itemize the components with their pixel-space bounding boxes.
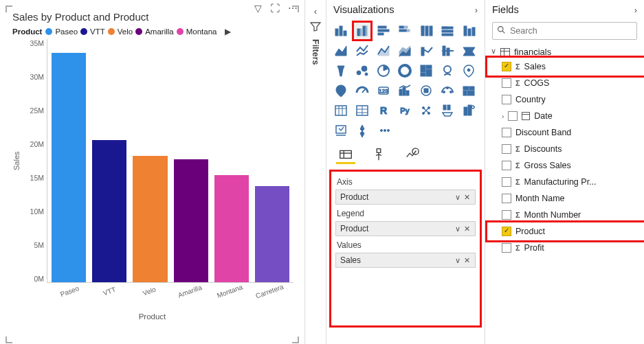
viz-type-icon[interactable] [396, 82, 414, 100]
chart-plot-area[interactable] [47, 39, 293, 283]
expand-icon[interactable]: › [502, 113, 504, 120]
collapse-viz-icon[interactable]: › [475, 5, 478, 15]
report-canvas[interactable]: ▽ ⛶ ⋯ Sales by Product and Product Produ… [0, 0, 304, 344]
viz-type-icon[interactable] [438, 102, 456, 119]
viz-type-icon[interactable] [332, 42, 350, 60]
bar-amarilla[interactable] [174, 159, 208, 282]
viz-type-icon[interactable] [332, 102, 350, 119]
viz-type-icon[interactable] [460, 22, 478, 40]
values-well-chip[interactable]: Sales∨ ✕ [335, 253, 476, 268]
viz-type-icon[interactable] [375, 22, 392, 40]
viz-type-icon[interactable] [353, 22, 371, 40]
field-date[interactable]: ›Date [488, 108, 644, 124]
field-wells: Axis Product∨ ✕ Legend Product∨ ✕ Values… [329, 170, 482, 328]
checkbox-icon[interactable] [502, 128, 511, 137]
field-month-name[interactable]: Month Name [488, 190, 644, 207]
filters-label: Filters [311, 39, 320, 65]
checkbox-icon[interactable] [502, 78, 511, 88]
svg-rect-2 [344, 31, 346, 36]
filters-pane-collapsed[interactable]: ‹ Filters [304, 0, 326, 344]
chip-controls[interactable]: ∨ ✕ [455, 256, 471, 265]
viz-type-icon[interactable]: 123 [375, 82, 392, 100]
bar-paseo[interactable] [52, 53, 86, 282]
viz-type-icon[interactable] [353, 102, 371, 119]
field-cogs[interactable]: ΣCOGS [488, 75, 644, 91]
viz-type-icon[interactable] [396, 22, 414, 40]
field-sales[interactable]: ΣSales [488, 58, 644, 75]
field-country[interactable]: Country [488, 91, 644, 108]
bar-montana[interactable] [214, 175, 249, 282]
field-manufacturing-price[interactable]: ΣManufacturing Pr... [488, 174, 644, 190]
checkbox-icon[interactable] [502, 144, 511, 154]
fields-tab[interactable] [336, 145, 355, 164]
checkbox-checked-icon[interactable] [502, 62, 511, 71]
legend-item[interactable]: Velo [108, 27, 133, 36]
collapse-table-icon[interactable]: ∨ [491, 47, 496, 56]
checkbox-icon[interactable] [502, 161, 511, 170]
viz-type-icon[interactable] [375, 42, 392, 60]
field-month-number[interactable]: ΣMonth Number [488, 207, 644, 223]
viz-type-icon[interactable]: Py [396, 102, 414, 119]
legend-item[interactable]: VTT [80, 27, 105, 36]
field-discount-band[interactable]: Discount Band [488, 124, 644, 141]
legend-item[interactable]: Paseo [45, 27, 78, 36]
viz-type-icon[interactable] [332, 82, 350, 100]
chart-legend[interactable]: Product PaseoVTTVeloAmarillaMontana ▶ [12, 27, 293, 36]
legend-item[interactable]: Montana [177, 27, 217, 36]
bar-vtt[interactable] [92, 140, 126, 282]
viz-type-icon[interactable] [460, 62, 478, 80]
viz-type-icon[interactable] [396, 62, 414, 80]
field-discounts[interactable]: ΣDiscounts [488, 141, 644, 157]
viz-type-icon[interactable] [353, 42, 371, 60]
chart-visual[interactable]: Sales by Product and Product Product Pas… [5, 5, 299, 343]
viz-type-icon[interactable] [375, 122, 392, 139]
checkbox-icon[interactable] [508, 111, 518, 121]
chip-controls[interactable]: ∨ ✕ [455, 193, 471, 202]
format-tab[interactable] [369, 145, 388, 164]
svg-point-50 [447, 87, 449, 89]
table-financials[interactable]: ∨ financials [485, 45, 644, 58]
collapse-fields-icon[interactable]: › [634, 5, 637, 15]
viz-type-icon[interactable] [438, 82, 456, 100]
search-input[interactable] [510, 26, 632, 36]
legend-overflow-icon[interactable]: ▶ [225, 27, 231, 36]
viz-type-icon[interactable] [353, 62, 371, 80]
checkbox-icon[interactable] [502, 95, 511, 104]
viz-type-icon[interactable] [375, 62, 392, 80]
viz-type-icon[interactable] [353, 82, 371, 100]
viz-type-icon[interactable] [353, 122, 371, 139]
analytics-tab[interactable] [402, 145, 421, 164]
chip-controls[interactable]: ∨ ✕ [455, 225, 471, 233]
viz-type-icon[interactable] [438, 22, 456, 40]
viz-type-icon[interactable]: R [375, 102, 392, 119]
fields-search[interactable] [492, 22, 637, 40]
field-profit[interactable]: ΣProfit [488, 240, 644, 256]
viz-type-icon[interactable] [332, 22, 350, 40]
viz-type-icon[interactable] [460, 42, 478, 60]
viz-type-icon[interactable] [417, 62, 435, 80]
viz-type-icon[interactable] [332, 62, 350, 80]
checkbox-icon[interactable] [502, 194, 511, 203]
checkbox-icon[interactable] [502, 210, 511, 220]
bar-velo[interactable] [133, 156, 167, 282]
viz-type-icon[interactable] [417, 42, 435, 60]
checkbox-icon[interactable] [502, 243, 511, 253]
viz-type-icon[interactable] [460, 82, 478, 100]
expand-filters-icon[interactable]: ‹ [305, 7, 326, 16]
viz-type-icon[interactable] [396, 42, 414, 60]
field-product[interactable]: Product [488, 223, 644, 240]
legend-item[interactable]: Amarilla [135, 27, 174, 36]
viz-type-icon[interactable] [417, 22, 435, 40]
bar-carretera[interactable] [255, 186, 289, 282]
axis-well-chip[interactable]: Product∨ ✕ [335, 190, 476, 205]
viz-type-icon[interactable] [438, 62, 456, 80]
legend-well-chip[interactable]: Product∨ ✕ [335, 221, 476, 236]
checkbox-icon[interactable] [502, 177, 511, 187]
viz-type-icon[interactable] [332, 122, 350, 139]
viz-type-icon[interactable] [417, 82, 435, 100]
viz-type-icon[interactable] [460, 102, 478, 119]
viz-type-icon[interactable] [417, 102, 435, 119]
field-gross-sales[interactable]: ΣGross Sales [488, 157, 644, 174]
viz-type-icon[interactable] [438, 42, 456, 60]
checkbox-checked-icon[interactable] [502, 227, 511, 236]
